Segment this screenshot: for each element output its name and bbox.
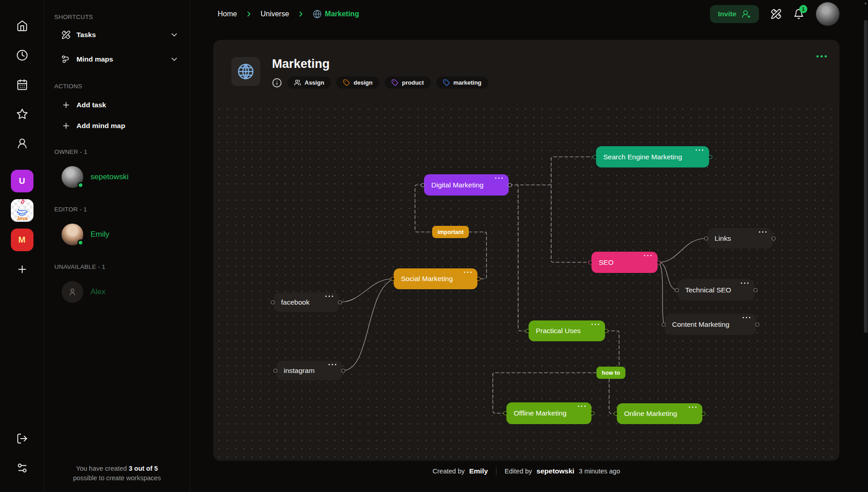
node-handle-right[interactable]	[701, 412, 706, 416]
member-emily[interactable]: Emily	[54, 224, 179, 245]
node-handle-right[interactable]	[754, 288, 758, 292]
node-handle-left[interactable]	[588, 260, 592, 264]
node-handle-left[interactable]	[391, 277, 395, 281]
mindmap-node-content-marketing[interactable]: Content Marketing	[665, 314, 756, 335]
node-handle-left[interactable]	[273, 368, 277, 373]
node-menu-icon[interactable]	[759, 231, 767, 233]
mindmap-node-facebook[interactable]: facebook	[274, 292, 339, 312]
node-handle-right[interactable]	[755, 322, 759, 326]
add-mind-map-button[interactable]: Add mind map	[54, 121, 179, 130]
node-menu-icon[interactable]	[325, 296, 333, 297]
add-task-button[interactable]: Add task	[54, 100, 179, 110]
node-menu-icon[interactable]	[329, 364, 336, 365]
member-sepetowski[interactable]: sepetowski	[54, 166, 179, 188]
settings-icon[interactable]	[16, 462, 28, 474]
node-menu-icon[interactable]	[741, 282, 749, 284]
card-menu-icon[interactable]	[816, 55, 827, 57]
mindmap-node-online-marketing[interactable]: Online Marketing	[617, 403, 702, 424]
node-handle-left[interactable]	[503, 411, 507, 416]
plus-icon	[62, 100, 71, 110]
node-handle-right[interactable]	[477, 277, 481, 281]
mindmap-node-digital-marketing[interactable]: Digital Marketing	[424, 174, 509, 196]
mindmap-node-search-engine-marketing[interactable]: Search Engine Marketing	[596, 146, 709, 167]
shortcuts-section-label: SHORTCUTS	[54, 14, 179, 20]
breadcrumb-universe[interactable]: Universe	[261, 10, 289, 18]
tag-chip-marketing[interactable]: marketing	[436, 76, 488, 89]
app-root: U Java M SH	[0, 0, 868, 492]
mindmap-node-seo[interactable]: SEO	[591, 252, 658, 273]
calendar-icon[interactable]	[16, 79, 28, 91]
chevron-right-icon	[297, 10, 305, 18]
mindmap-node-technical-seo[interactable]: Technical SEO	[678, 279, 754, 301]
node-handle-left[interactable]	[704, 236, 708, 240]
mindmap-node-instagram[interactable]: instagram	[277, 361, 342, 380]
node-handle-right[interactable]	[508, 183, 512, 187]
workspace-tile-java[interactable]: Java	[11, 199, 33, 222]
add-workspace-plus-icon[interactable]	[16, 263, 28, 275]
node-handle-right[interactable]	[604, 329, 608, 333]
workspace-tile-m[interactable]: M	[11, 229, 33, 251]
node-menu-icon[interactable]	[644, 255, 652, 256]
node-menu-icon[interactable]	[591, 324, 599, 325]
user-avatar[interactable]	[816, 2, 839, 26]
node-handle-left[interactable]	[593, 155, 597, 159]
star-icon[interactable]	[16, 108, 28, 120]
node-menu-icon[interactable]	[689, 406, 696, 408]
node-handle-right[interactable]	[657, 260, 661, 264]
node-menu-icon[interactable]	[743, 317, 750, 318]
breadcrumb-home[interactable]: Home	[218, 10, 237, 18]
edge-label-how-to[interactable]: how to	[596, 367, 625, 379]
node-menu-icon[interactable]	[578, 406, 586, 407]
notifications-bell-icon[interactable]: 1	[793, 9, 804, 19]
node-handle-left[interactable]	[662, 322, 666, 326]
scrollbar-thumb[interactable]	[864, 20, 868, 333]
tag-icon	[343, 79, 350, 86]
member-alex[interactable]: Alex	[54, 281, 179, 303]
node-handle-right[interactable]	[708, 155, 712, 159]
pencil-ruler-icon[interactable]	[771, 9, 782, 19]
card-meta-footer: Created byEmily Edited bysepetowski 3 mi…	[213, 467, 839, 475]
node-handle-right[interactable]	[338, 300, 342, 304]
page-scrollbar[interactable]: ▲	[863, 0, 868, 492]
node-menu-icon[interactable]	[464, 272, 472, 273]
tag-chip-product[interactable]: product	[385, 76, 430, 89]
scrollbar-up-arrow[interactable]: ▲	[863, 1, 868, 5]
chevron-down-icon[interactable]	[170, 30, 179, 39]
node-label: Search Engine Marketing	[603, 153, 682, 161]
user-icon[interactable]	[16, 138, 28, 149]
node-layer: Digital MarketingSearch Engine Marketing…	[213, 40, 839, 461]
chip-row: Assign design product marketing	[272, 76, 488, 89]
node-menu-icon[interactable]	[696, 149, 703, 151]
node-handle-left[interactable]	[614, 412, 618, 416]
node-handle-right[interactable]	[591, 411, 595, 416]
mindmap-node-links[interactable]: Links	[707, 228, 773, 248]
node-handle-left[interactable]	[675, 288, 679, 292]
tag-chip-design[interactable]: design	[336, 76, 379, 89]
node-label: facebook	[281, 298, 310, 306]
node-handle-left[interactable]	[271, 300, 275, 304]
breadcrumb-current[interactable]: Marketing	[313, 10, 359, 19]
node-handle-left[interactable]	[421, 183, 425, 187]
invite-button[interactable]: Invite	[710, 5, 759, 23]
notification-count-badge: 1	[799, 5, 807, 13]
workspace-tile-u[interactable]: U	[11, 170, 33, 192]
history-icon[interactable]	[16, 49, 28, 61]
mindmap-canvas[interactable]: Digital MarketingSearch Engine Marketing…	[213, 40, 839, 461]
home-icon[interactable]	[16, 20, 28, 32]
info-icon[interactable]	[272, 78, 282, 88]
avatar	[62, 224, 83, 245]
sidebar-item-mind-maps[interactable]: Mind maps	[54, 55, 179, 64]
assign-button[interactable]: Assign	[287, 76, 331, 89]
sidebar-item-tasks[interactable]: Tasks	[54, 30, 179, 39]
edge-label-important[interactable]: important	[432, 226, 469, 238]
mindmap-node-social-marketing[interactable]: Social Marketing	[394, 268, 477, 289]
node-label: Digital Marketing	[431, 181, 483, 189]
mindmap-node-practical-uses[interactable]: Practical Uses	[529, 320, 605, 341]
node-handle-left[interactable]	[525, 329, 529, 333]
chevron-down-icon[interactable]	[170, 55, 179, 64]
mindmap-node-offline-marketing[interactable]: Offline Marketing	[506, 402, 591, 424]
logout-icon[interactable]	[16, 433, 28, 444]
node-handle-right[interactable]	[341, 368, 345, 373]
node-handle-right[interactable]	[772, 236, 776, 240]
node-menu-icon[interactable]	[495, 177, 503, 179]
